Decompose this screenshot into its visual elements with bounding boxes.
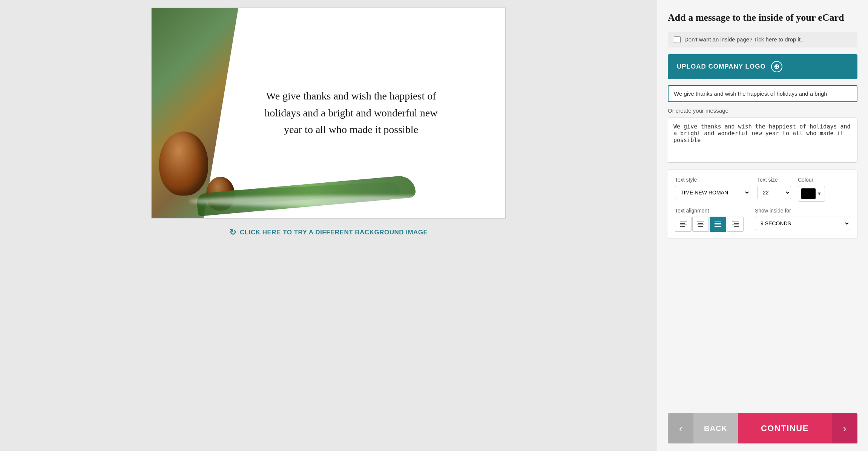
snow-overlay: [189, 196, 505, 207]
align-right-icon: [732, 222, 739, 227]
align-justify-button[interactable]: [710, 217, 726, 232]
svg-rect-13: [734, 223, 739, 224]
text-size-select[interactable]: 10 12 14 16 18 20 22 24 28 30: [757, 186, 791, 199]
no-inside-page-label[interactable]: Don't want an inside page? Tick here to …: [684, 36, 802, 43]
continue-arrow-box: ›: [832, 413, 857, 443]
back-arrow-icon: ‹: [679, 423, 682, 434]
card-preview: We give thanks and wish the happiest of …: [151, 8, 506, 219]
text-alignment-label: Text alignment: [675, 208, 744, 214]
continue-arrow-icon: ›: [843, 423, 847, 434]
no-inside-page-checkbox[interactable]: [674, 36, 681, 43]
format-row-bottom: Text alignment Show: [675, 208, 850, 232]
svg-rect-1: [680, 223, 685, 224]
svg-rect-0: [680, 222, 687, 222]
align-center-button[interactable]: [692, 217, 709, 232]
svg-rect-6: [697, 225, 704, 225]
upload-logo-button[interactable]: UPLOAD COMPANY LOGO ⊕: [668, 54, 857, 79]
svg-rect-7: [698, 226, 703, 227]
pine-cone-big: [159, 131, 208, 196]
panel-title: Add a message to the inside of your eCar…: [668, 11, 857, 24]
align-left-icon: [680, 222, 687, 227]
svg-rect-3: [680, 226, 685, 227]
message-single-line-input[interactable]: [668, 85, 857, 102]
svg-rect-11: [715, 226, 721, 227]
align-center-icon: [697, 222, 704, 227]
colour-picker-button[interactable]: ▼: [798, 186, 825, 202]
svg-rect-8: [715, 222, 721, 222]
svg-rect-9: [715, 223, 721, 224]
change-background-link[interactable]: ↻ CLICK HERE TO TRY A DIFFERENT BACKGROU…: [229, 228, 428, 237]
text-style-group: Text style TIME NEW ROMAN Arial Georgia …: [675, 177, 750, 199]
format-row-top: Text style TIME NEW ROMAN Arial Georgia …: [675, 177, 850, 202]
text-size-label: Text size: [757, 177, 791, 183]
align-right-button[interactable]: [727, 217, 744, 232]
show-inside-group: Show inside for 3 SECONDS 5 SECONDS 7 SE…: [755, 208, 850, 230]
card-message-text: We give thanks and wish the happiest of …: [257, 88, 445, 138]
svg-rect-4: [697, 222, 704, 222]
align-justify-icon: [715, 222, 721, 227]
colour-group: Colour ▼: [798, 177, 825, 202]
back-arrow-box: ‹: [668, 413, 693, 443]
alignment-buttons-row: [675, 217, 744, 232]
svg-rect-14: [732, 225, 739, 225]
align-left-button[interactable]: [675, 217, 692, 232]
text-size-group: Text size 10 12 14 16 18 20 22 24 28 30: [757, 177, 791, 199]
text-alignment-group: Text alignment: [675, 208, 744, 232]
right-panel: Add a message to the inside of your eCar…: [657, 0, 868, 451]
change-bg-label: CLICK HERE TO TRY A DIFFERENT BACKGROUND…: [240, 229, 428, 236]
svg-rect-15: [734, 226, 739, 227]
colour-swatch: [801, 188, 816, 199]
text-style-select[interactable]: TIME NEW ROMAN Arial Georgia Verdana Cou…: [675, 186, 750, 199]
continue-label: CONTINUE: [738, 413, 832, 443]
text-style-label: Text style: [675, 177, 750, 183]
upload-btn-label: UPLOAD COMPANY LOGO: [677, 63, 766, 70]
message-textarea[interactable]: We give thanks and wish the happiest of …: [668, 118, 857, 163]
svg-rect-12: [732, 222, 739, 222]
left-panel: We give thanks and wish the happiest of …: [0, 0, 657, 451]
or-create-label: Or create your message: [668, 107, 857, 114]
colour-label: Colour: [798, 177, 825, 183]
show-inside-select[interactable]: 3 SECONDS 5 SECONDS 7 SECONDS 9 SECONDS …: [755, 217, 850, 230]
svg-rect-2: [680, 225, 687, 225]
show-inside-label: Show inside for: [755, 208, 850, 214]
formatting-options-box: Text style TIME NEW ROMAN Arial Georgia …: [668, 170, 857, 239]
back-label: BACK: [693, 413, 738, 443]
svg-rect-5: [698, 223, 703, 224]
svg-rect-10: [715, 225, 721, 225]
colour-arrow-icon: ▼: [817, 191, 822, 196]
refresh-icon: ↻: [229, 228, 236, 237]
back-button[interactable]: ‹ BACK: [668, 413, 738, 443]
bottom-navigation: ‹ BACK CONTINUE ›: [668, 413, 857, 443]
continue-button[interactable]: CONTINUE ›: [738, 413, 857, 443]
upload-icon: ⊕: [771, 61, 782, 72]
no-inside-page-row: Don't want an inside page? Tick here to …: [668, 32, 857, 47]
